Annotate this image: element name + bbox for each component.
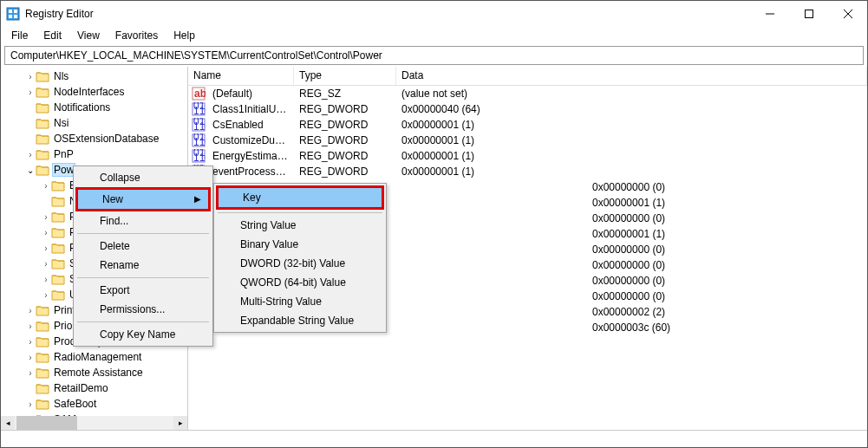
- value-data: 0x00000000 (0): [587, 290, 867, 302]
- folder-icon: [51, 179, 65, 192]
- value-data: 0x00000000 (0): [587, 212, 867, 224]
- tree-item[interactable]: ›SafeBoot: [1, 396, 187, 412]
- menu-item[interactable]: Find...: [75, 211, 211, 230]
- menu-item[interactable]: Key: [216, 185, 384, 210]
- value-type-icon: 011110: [192, 118, 206, 132]
- tree-item[interactable]: ›NodeInterfaces: [1, 84, 187, 100]
- tree-item-label: RadioManagement: [52, 351, 143, 363]
- tree-hscrollbar[interactable]: ◂ ▸: [1, 416, 187, 430]
- value-row[interactable]: 011110eventProcessorE...REG_DWORD0x00000…: [188, 164, 867, 179]
- expand-chevron-icon[interactable]: ›: [41, 290, 51, 300]
- col-name[interactable]: Name: [188, 67, 294, 85]
- tree-item-label: RetailDemo: [52, 382, 110, 394]
- folder-icon: [51, 289, 65, 301]
- address-path: Computer\HKEY_LOCAL_MACHINE\SYSTEM\Curre…: [10, 49, 382, 62]
- expand-chevron-icon[interactable]: ›: [25, 150, 36, 159]
- value-name: CustomizeDurin...: [207, 134, 294, 146]
- regedit-icon: [6, 7, 20, 21]
- value-name: eventProcessorE...: [207, 166, 294, 178]
- menu-item[interactable]: Collapse: [75, 168, 211, 187]
- menu-item[interactable]: Multi-String Value: [216, 292, 384, 311]
- value-type-icon: 011110: [192, 133, 206, 147]
- expand-chevron-icon[interactable]: ›: [25, 399, 36, 409]
- menu-view[interactable]: View: [70, 28, 107, 43]
- menu-help[interactable]: Help: [166, 28, 202, 43]
- tree-item[interactable]: Nsi: [1, 115, 187, 131]
- expand-chevron-icon[interactable]: ›: [41, 243, 51, 253]
- menu-item[interactable]: DWORD (32-bit) Value: [216, 254, 384, 273]
- menu-item[interactable]: QWORD (64-bit) Value: [216, 273, 384, 292]
- expand-chevron-icon[interactable]: ›: [41, 275, 51, 284]
- tree-item[interactable]: Notifications: [1, 100, 187, 115]
- value-name: Class1InitialUnp...: [207, 103, 294, 115]
- menu-item[interactable]: Permissions...: [75, 300, 211, 319]
- expand-chevron-icon[interactable]: ›: [25, 337, 36, 347]
- expand-chevron-icon[interactable]: ›: [25, 72, 36, 81]
- folder-icon: [51, 226, 65, 238]
- value-data: 0x00000002 (2): [587, 306, 867, 318]
- menu-item-label: Delete: [100, 240, 130, 252]
- menu-item[interactable]: Expandable String Value: [216, 311, 384, 330]
- value-type: REG_DWORD: [294, 103, 396, 115]
- menu-file[interactable]: File: [4, 28, 35, 43]
- value-row[interactable]: 011110CustomizeDurin...REG_DWORD0x000000…: [188, 133, 867, 148]
- expand-chevron-icon[interactable]: ›: [41, 181, 51, 191]
- folder-icon: [51, 211, 65, 223]
- expand-chevron-icon[interactable]: ›: [25, 368, 36, 378]
- expand-chevron-icon[interactable]: ⌄: [25, 166, 36, 175]
- value-row[interactable]: ab(Default)REG_SZ(value not set): [188, 86, 867, 101]
- menu-item[interactable]: Binary Value: [216, 235, 384, 254]
- expand-chevron-icon[interactable]: ›: [41, 228, 51, 237]
- expand-chevron-icon[interactable]: ›: [25, 321, 36, 331]
- folder-icon: [51, 273, 65, 285]
- value-name: (Default): [207, 88, 294, 100]
- menu-item[interactable]: Export: [75, 281, 211, 300]
- scroll-right-icon[interactable]: ▸: [173, 416, 187, 430]
- value-type-icon: ab: [192, 87, 206, 101]
- folder-icon: [36, 101, 49, 114]
- value-name: CsEnabled: [207, 119, 294, 131]
- tree-item[interactable]: ›Nls: [1, 68, 187, 84]
- expand-chevron-icon[interactable]: ›: [41, 259, 51, 269]
- close-button[interactable]: [828, 1, 867, 27]
- value-data: 0x00000001 (1): [396, 150, 867, 162]
- expand-chevron-icon[interactable]: ›: [25, 306, 36, 315]
- context-menu[interactable]: CollapseNew▶Find...DeleteRenameExportPer…: [73, 166, 213, 347]
- scroll-left-icon[interactable]: ◂: [1, 416, 15, 430]
- minimize-button[interactable]: [750, 1, 789, 27]
- address-bar[interactable]: Computer\HKEY_LOCAL_MACHINE\SYSTEM\Curre…: [4, 46, 864, 65]
- context-submenu-new[interactable]: KeyString ValueBinary ValueDWORD (32-bit…: [213, 183, 387, 333]
- menu-item[interactable]: Copy Key Name: [75, 325, 211, 344]
- maximize-button[interactable]: [789, 1, 828, 27]
- svg-rect-2: [14, 10, 17, 13]
- menu-item[interactable]: New▶: [75, 187, 211, 211]
- tree-item[interactable]: RetailDemo: [1, 380, 187, 396]
- menu-item[interactable]: Rename: [75, 256, 211, 275]
- tree-item[interactable]: ›PnP: [1, 146, 187, 162]
- menu-edit[interactable]: Edit: [36, 28, 69, 43]
- menu-item[interactable]: Delete: [75, 237, 211, 256]
- value-type: REG_DWORD: [294, 166, 396, 178]
- menu-separator: [77, 233, 209, 234]
- menu-favorites[interactable]: Favorites: [108, 28, 165, 43]
- window-title: Registry Editor: [25, 8, 750, 20]
- tree-item[interactable]: ›Remote Assistance: [1, 365, 187, 380]
- expand-chevron-icon[interactable]: ›: [25, 88, 36, 97]
- svg-text:110: 110: [193, 105, 206, 116]
- menu-item[interactable]: String Value: [216, 216, 384, 235]
- svg-rect-6: [805, 10, 813, 18]
- value-row[interactable]: 011110Class1InitialUnp...REG_DWORD0x0000…: [188, 101, 867, 117]
- value-row[interactable]: 011110CsEnabledREG_DWORD0x00000001 (1): [188, 117, 867, 133]
- tree-item[interactable]: OSExtensionDatabase: [1, 131, 187, 146]
- expand-chevron-icon[interactable]: ›: [41, 212, 51, 222]
- col-type[interactable]: Type: [294, 67, 396, 85]
- tree-item[interactable]: ›RadioManagement: [1, 349, 187, 365]
- value-type-icon: 011110: [192, 149, 206, 163]
- scroll-thumb[interactable]: [16, 416, 77, 430]
- value-type: REG_SZ: [294, 88, 396, 100]
- value-row[interactable]: 011110EnergyEstimatio...REG_DWORD0x00000…: [188, 148, 867, 164]
- col-data[interactable]: Data: [396, 67, 867, 85]
- folder-icon: [51, 257, 65, 269]
- statusbar: [1, 430, 867, 447]
- expand-chevron-icon[interactable]: ›: [25, 353, 36, 362]
